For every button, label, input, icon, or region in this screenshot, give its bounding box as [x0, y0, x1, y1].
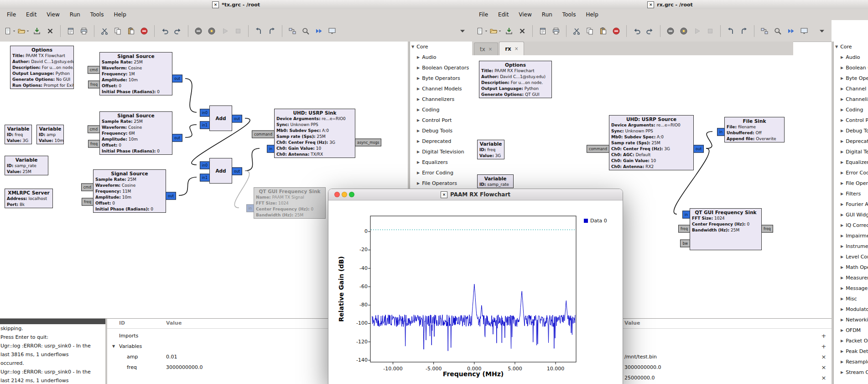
variable-value[interactable]: 3000000000.0 [624, 362, 661, 372]
minimize-traffic-light[interactable] [342, 192, 347, 197]
rotate-cw-button[interactable] [738, 24, 750, 38]
tree-category-equalizers[interactable]: ▶Equalizers [834, 157, 868, 168]
redo-button[interactable] [644, 24, 656, 38]
flowgraph-block-signal-source-1[interactable]: Signal SourceSample Rate: 25MWaveform: C… [99, 52, 172, 95]
tree-category-channel-models[interactable]: ▶Channel Models [834, 84, 868, 94]
port-out[interactable]: out [172, 134, 182, 142]
port-freq[interactable]: freq [678, 225, 690, 233]
rx-titlebar[interactable]: × rx.grc - /root [472, 0, 868, 10]
menu-help[interactable]: Help [109, 10, 131, 19]
tree-category-peak-detectors[interactable]: ▶Peak Detectors [834, 346, 868, 357]
port-async_msgs[interactable]: async_msgs [355, 139, 381, 147]
rotate-ccw-button[interactable] [725, 24, 737, 38]
close-traffic-light[interactable] [334, 192, 340, 197]
flowgraph-block-options-rx[interactable]: OptionsTitle: PAAM RX FlowchartAuthor: D… [479, 61, 552, 98]
port-in0[interactable]: in0 [200, 109, 210, 117]
tree-category-channelizers[interactable]: ▶Channelizers [410, 94, 473, 105]
delete-button[interactable] [610, 24, 622, 38]
port-in[interactable]: in [246, 205, 254, 212]
rotate-ccw-button[interactable] [253, 24, 265, 38]
tree-category-coding[interactable]: ▶Coding [410, 105, 473, 115]
port-in1[interactable]: in1 [200, 174, 210, 182]
menu-file[interactable]: File [474, 10, 493, 19]
cut-button[interactable] [99, 24, 110, 38]
tab-tx[interactable]: tx× [474, 42, 498, 55]
new-file-button[interactable] [4, 24, 16, 38]
menu-help[interactable]: Help [581, 10, 603, 19]
tree-category-audio[interactable]: ▶Audio [410, 52, 473, 63]
variable-row-variables[interactable]: Variables [119, 341, 142, 351]
port-bw[interactable]: bw [680, 240, 690, 247]
copy-button[interactable] [584, 24, 596, 38]
stop-button[interactable] [704, 24, 716, 38]
close-file-button[interactable] [44, 24, 56, 38]
tree-category-iq-correction[interactable]: ▶IQ Correction [834, 220, 868, 231]
variable-row-amp[interactable]: amp [127, 352, 138, 362]
variables-expand-arrow-icon[interactable]: ▼ [112, 344, 115, 348]
tree-category-boolean-operators[interactable]: ▶Boolean Operators [834, 63, 868, 73]
port-in[interactable]: in [717, 128, 725, 136]
screen-capture-button[interactable] [798, 24, 810, 38]
menu-view[interactable]: View [514, 10, 536, 19]
undo-button[interactable] [631, 24, 643, 38]
print-button[interactable] [78, 24, 90, 38]
tree-category-boolean-operators[interactable]: ▶Boolean Operators [410, 63, 473, 73]
port-in[interactable]: in [267, 145, 275, 153]
flowgraph-block-qtgui-frequency-sink-tx[interactable]: QT GUI Frequency SinkName: PAAM TX Signa… [254, 187, 326, 219]
maximize-traffic-light[interactable] [349, 192, 354, 197]
tree-category-ofdm[interactable]: ▶OFDM [834, 325, 868, 336]
flowgraph-properties-button[interactable] [537, 24, 549, 38]
paste-button[interactable] [125, 24, 137, 38]
tree-category-byte-operators[interactable]: ▶Byte Operators [410, 73, 473, 84]
tree-category-modulators[interactable]: ▶Modulators [834, 304, 868, 315]
tree-category-gui-widgets[interactable]: ▶GUI Widgets [834, 210, 868, 220]
open-file-button[interactable] [489, 24, 502, 38]
variable-value[interactable]: 25000000.0 [624, 373, 655, 383]
flowgraph-block-variable-samp-rate-rx[interactable]: VariableID: samp_rate [477, 174, 514, 188]
variable-row-freq[interactable]: freq [127, 362, 137, 372]
flowgraph-block-add-1[interactable]: Addin0in1out [209, 105, 232, 131]
tree-category-error-coding[interactable]: ▶Error Coding [410, 168, 473, 178]
play-button[interactable] [691, 24, 703, 38]
tree-category-control-port[interactable]: ▶Control Port [834, 115, 868, 126]
tree-category-equalizers[interactable]: ▶Equalizers [410, 157, 473, 168]
port-in[interactable]: in [682, 211, 690, 219]
tree-category-stream-operators[interactable]: ▶Stream Operators [834, 367, 868, 378]
variable-row-imports[interactable]: Imports [119, 331, 138, 341]
kill-flowgraph-button[interactable] [192, 24, 204, 38]
errors-button[interactable] [678, 24, 690, 38]
port-command[interactable]: command [587, 145, 609, 153]
tree-root-core[interactable]: ▼Core [410, 42, 473, 52]
tree-category-instrumentation[interactable]: ▶Instrumentation [834, 241, 868, 252]
caret-down-button[interactable] [816, 24, 828, 38]
save-file-button[interactable] [31, 24, 43, 38]
new-file-button[interactable] [476, 24, 488, 38]
port-freq[interactable]: freq [761, 225, 773, 233]
tree-category-networking-tools[interactable]: ▶Networking Tools [834, 315, 868, 325]
tree-category-measurement-tools[interactable]: ▶Measurement Tools [834, 273, 868, 283]
flowgraph-block-qtgui-frequency-sink-rx[interactable]: QT GUI Frequency SinkFFT Size: 1024Cente… [690, 208, 762, 250]
flowgraph-block-uhd-usrp-source[interactable]: UHD: USRP SourceDevice Arguments: re...e… [609, 115, 694, 170]
tree-category-channelizers[interactable]: ▶Channelizers [834, 94, 868, 105]
delete-button[interactable] [138, 24, 150, 38]
menu-tools[interactable]: Tools [557, 10, 581, 19]
tree-category-file-operators[interactable]: ▶File Operators [410, 178, 473, 189]
cut-button[interactable] [571, 24, 582, 38]
hier-block-button[interactable] [286, 24, 298, 38]
port-in0[interactable]: in0 [200, 162, 210, 169]
tree-category-deprecated[interactable]: ▶Deprecated [834, 136, 868, 147]
flowgraph-block-variable-freq[interactable]: VariableID: freqValue: 3G [5, 125, 32, 144]
add-row-button[interactable]: + [820, 332, 827, 339]
flowgraph-block-xmlrpc-server[interactable]: XMLRPC ServerAddress: localhostPort: 8k [5, 189, 53, 208]
print-button[interactable] [550, 24, 562, 38]
close-file-button[interactable] [516, 24, 528, 38]
flowgraph-block-signal-source-2[interactable]: Signal SourceSample Rate: 25MWaveform: C… [99, 111, 172, 155]
tree-category-resamplers[interactable]: ▶Resamplers [834, 357, 868, 367]
flowgraph-properties-button[interactable] [65, 24, 77, 38]
port-out[interactable]: out [166, 192, 176, 200]
rotate-cw-button[interactable] [266, 24, 278, 38]
port-out[interactable]: out [232, 115, 242, 123]
tab-rx[interactable]: rx× [499, 42, 524, 55]
menu-run[interactable]: Run [65, 10, 85, 19]
port-freq[interactable]: freq [88, 81, 100, 89]
